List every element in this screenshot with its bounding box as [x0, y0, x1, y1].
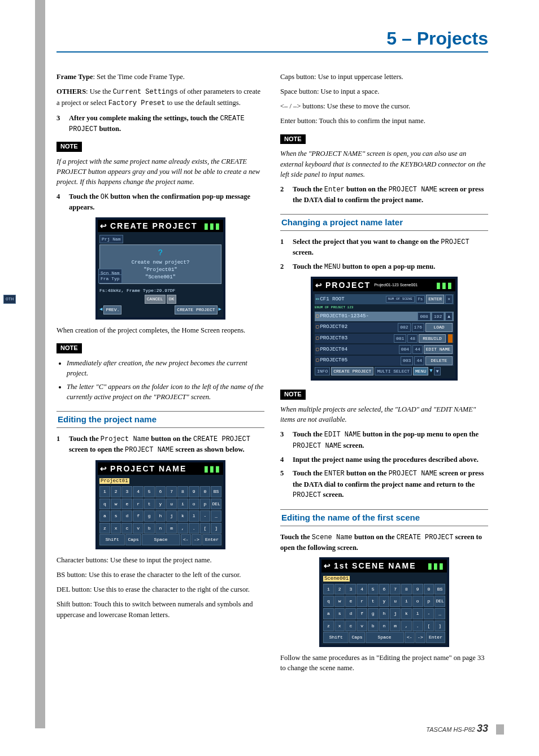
shift-btn-desc: Shift button: Touch this to switch betwe…: [56, 599, 264, 619]
key: s: [334, 608, 345, 619]
project-row: ▢PROJECT02002176LOAD: [315, 322, 454, 333]
note-label: NOTE: [56, 142, 82, 152]
key: b: [144, 523, 155, 534]
key: u: [390, 596, 401, 607]
key: v: [133, 523, 144, 534]
project-row: ▢PROJECT0400444EDIT NAME: [315, 344, 454, 355]
key: n: [155, 523, 166, 534]
keyboard-row: asdfghjkl-_: [99, 510, 221, 522]
step-body: After you complete making the settings, …: [69, 113, 264, 135]
project-row: ▢PROJECT01-12345-008192▲: [315, 312, 454, 322]
key: 0: [200, 486, 211, 497]
note-label: NOTE: [56, 343, 82, 353]
key: [: [200, 523, 211, 534]
key: k: [401, 608, 412, 619]
others-line: OTHERS: Use the Current Settings of othe…: [56, 86, 264, 108]
key: d: [121, 510, 132, 522]
key: 4: [357, 584, 367, 595]
key: l: [189, 510, 199, 522]
enter-btn-desc: Enter button: Touch this to confirm the …: [280, 116, 488, 126]
note-label: NOTE: [280, 134, 306, 145]
key: y: [155, 499, 166, 510]
key: 9: [189, 486, 199, 497]
key: 0: [424, 584, 434, 595]
key: BS: [434, 584, 445, 595]
frame-type-line: Frame Type: Set the Time code Frame Type…: [56, 72, 264, 82]
key: u: [166, 499, 177, 510]
scene-follow-text: Follow the same procedures as in "Editin…: [280, 653, 488, 673]
back-icon: [100, 220, 108, 231]
char-btn-desc: Character buttons: Use these to input th…: [56, 555, 264, 565]
screenshot-project-name: PROJECT NAME▮▮▮ Project01 1234567890BS q…: [95, 460, 225, 549]
keyboard-row: zxcvbnm,.[]: [99, 523, 221, 534]
key: p: [424, 596, 434, 607]
folder-icon: ▢: [316, 313, 319, 320]
question-icon: ?: [102, 247, 219, 259]
key: g: [368, 608, 379, 619]
down-arrow-icon: ▼: [429, 368, 432, 375]
close-icon: ✕: [445, 295, 453, 304]
chg-step-4: 4 Input the project name using the proce…: [280, 455, 488, 465]
chg-step-2: 2 Touch the MENU button to open a pop-up…: [280, 261, 488, 272]
frame-type-text: : Set the Time code Frame Type.: [93, 73, 184, 81]
scene-instruction: Touch the Scene Name button on the CREAT…: [280, 532, 488, 553]
left-column: Frame Type: Set the Time code Frame Type…: [56, 69, 264, 678]
key: 3: [121, 486, 132, 497]
key: BS: [211, 486, 221, 497]
chg-step-1: 1 Select the project that you want to ch…: [280, 237, 488, 258]
project-row: ▢PROJECT0500344DELETE: [315, 356, 454, 366]
key: ,: [401, 620, 412, 632]
key: 3: [345, 584, 356, 595]
space-btn-desc: Space button: Use to input a space.: [280, 86, 488, 97]
battery-icon: ▮▮▮: [428, 560, 445, 571]
scroll-top-icon: ▲: [445, 312, 453, 321]
note-item: Immediately after creation, the new proj…: [67, 358, 264, 378]
note-text: If a project with the same project name …: [56, 156, 264, 187]
key: c: [121, 523, 132, 534]
key: ]: [434, 620, 445, 632]
key: m: [166, 523, 177, 534]
key: 6: [155, 486, 166, 497]
key: 2: [334, 584, 345, 595]
key: f: [357, 608, 367, 619]
key: ]: [211, 523, 221, 534]
caps-btn-desc: Caps button: Use to input uppercase lett…: [280, 72, 488, 82]
back-icon: [315, 279, 323, 291]
section-change-name: Changing a project name later: [280, 214, 488, 231]
key: _: [211, 510, 221, 522]
key: b: [368, 620, 379, 632]
key: g: [144, 510, 155, 522]
section-scene-name: Editing the name of the first scene: [280, 509, 488, 526]
folder-icon: ▢: [316, 335, 319, 342]
key: j: [166, 510, 177, 522]
step-3: 3 After you complete making the settings…: [56, 113, 264, 135]
key: DEL: [211, 499, 221, 510]
back-icon: [100, 463, 108, 474]
key: 5: [368, 584, 379, 595]
key: .: [412, 620, 423, 632]
next-arrow-icon: ▶: [219, 306, 221, 313]
key: z: [323, 620, 334, 632]
key: y: [379, 596, 390, 607]
key: r: [357, 596, 367, 607]
key: q: [99, 499, 110, 510]
left-margin-bar: [35, 0, 45, 728]
key: ,: [177, 523, 188, 534]
keyboard-row: 1234567890BS: [323, 584, 445, 595]
others-label: OTHERS: [56, 88, 86, 95]
project-row: ▢PROJECT0300148REBUILD: [315, 334, 454, 344]
after-create-text: When creation of the project completes, …: [56, 325, 264, 335]
keyboard-row: 1234567890BS: [99, 486, 221, 497]
key: 4: [133, 486, 144, 497]
keyboard-bottom: Shift Caps Space <- -> Enter: [99, 534, 221, 545]
folder-icon: ▢: [316, 346, 319, 353]
footer-brand: TASCAM HS-P82: [426, 726, 475, 733]
battery-icon: ▮▮▮: [204, 463, 221, 474]
key: s: [111, 510, 121, 522]
right-margin-tab: [496, 724, 504, 735]
note-item: The letter "C" appears on the folder ico…: [67, 382, 264, 402]
key: k: [177, 510, 188, 522]
battery-icon: ▮▮▮: [204, 220, 221, 231]
keyboard-row: asdfghjkl-_: [323, 608, 445, 619]
key: n: [379, 620, 390, 632]
